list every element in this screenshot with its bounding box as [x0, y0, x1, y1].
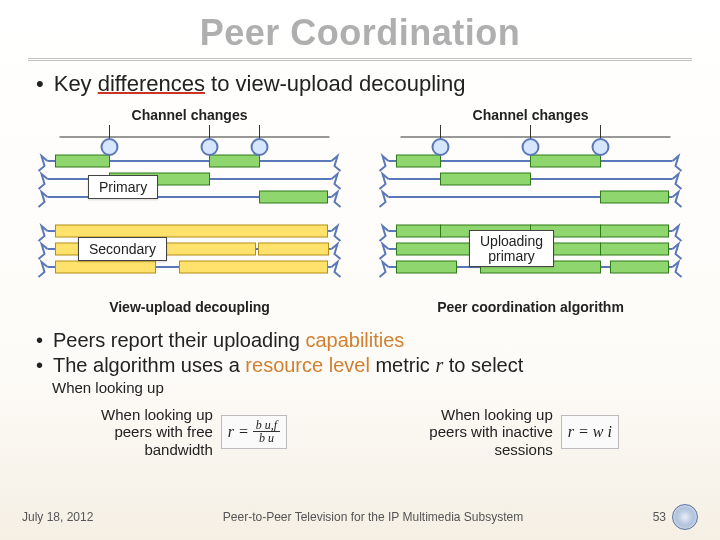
main-bullet-pre: Key	[54, 71, 98, 96]
b1b: capabilities	[305, 329, 404, 351]
caption-right: Peer coordination algorithm	[369, 299, 692, 315]
svg-rect-36	[397, 225, 441, 237]
diagram-row: Channel changes	[0, 107, 720, 315]
svg-point-48	[593, 139, 609, 155]
svg-rect-42	[601, 243, 669, 255]
svg-rect-16	[259, 243, 329, 255]
footer: July 18, 2012 Peer-to-Peer Television fo…	[0, 504, 720, 530]
formula-left-eq: r = b u,f b u	[221, 415, 287, 449]
formula-right-eq: r = w i	[561, 415, 619, 449]
svg-rect-17	[56, 261, 156, 273]
svg-point-21	[252, 139, 268, 155]
b1a: Peers report their uploading	[53, 329, 305, 351]
eq-r-1: r =	[228, 423, 249, 441]
formula-left: When looking up peers with free bandwidt…	[101, 406, 287, 458]
footer-date: July 18, 2012	[22, 510, 93, 524]
right-svg	[369, 125, 692, 295]
diagram-left: Channel changes	[28, 107, 351, 315]
svg-rect-18	[180, 261, 328, 273]
main-bullet-diff: differences	[98, 71, 205, 96]
logo-icon	[672, 504, 698, 530]
channel-label-right: Channel changes	[369, 107, 692, 123]
label-uploading-primary: Uploading primary	[469, 230, 554, 267]
footer-center: Peer-to-Peer Television for the IP Multi…	[93, 510, 652, 524]
formula-right: When looking up peers with inactive sess…	[429, 406, 619, 458]
svg-rect-33	[441, 173, 531, 185]
b2a: The algorithm uses a	[53, 354, 245, 376]
svg-point-19	[102, 139, 118, 155]
formula-left-text: When looking up peers with free bandwidt…	[101, 406, 213, 458]
eq-den: b u	[256, 432, 277, 444]
svg-rect-32	[397, 155, 441, 167]
label-secondary: Secondary	[78, 237, 167, 261]
svg-rect-43	[397, 261, 457, 273]
eq-r-2: r =	[568, 423, 589, 441]
left-svg	[28, 125, 351, 295]
svg-point-47	[523, 139, 539, 155]
diagram-right-svg: Uploading primary	[369, 125, 692, 295]
channel-label-left: Channel changes	[28, 107, 351, 123]
svg-point-46	[433, 139, 449, 155]
eq-wi: w i	[593, 423, 612, 441]
slide-title: Peer Coordination	[0, 12, 720, 54]
main-bullet-post: to view-upload decoupling	[205, 71, 466, 96]
footer-page: 53	[653, 510, 666, 524]
svg-rect-13	[260, 191, 328, 203]
b2d: to select	[443, 354, 523, 376]
diagram-right: Channel changes	[369, 107, 692, 315]
svg-rect-39	[601, 225, 669, 237]
svg-rect-34	[531, 155, 601, 167]
formula-right-text: When looking up peers with inactive sess…	[429, 406, 552, 458]
b2b: resource level	[245, 354, 370, 376]
b3over: When looking up	[52, 379, 164, 396]
label-primary: Primary	[88, 175, 158, 199]
b2c: metric	[370, 354, 436, 376]
caption-left: View-upload decoupling	[28, 299, 351, 315]
svg-rect-45	[611, 261, 669, 273]
body-bullets: •Peers report their uploading capabiliti…	[36, 329, 684, 402]
formula-row: When looking up peers with free bandwidt…	[30, 406, 690, 458]
svg-rect-14	[56, 225, 328, 237]
svg-rect-12	[210, 155, 260, 167]
diagram-left-svg: Primary Secondary	[28, 125, 351, 295]
main-bullet: •Key differences to view-upload decoupli…	[36, 71, 684, 97]
svg-rect-10	[56, 155, 110, 167]
svg-rect-35	[601, 191, 669, 203]
title-rule	[28, 58, 692, 61]
svg-point-20	[202, 139, 218, 155]
